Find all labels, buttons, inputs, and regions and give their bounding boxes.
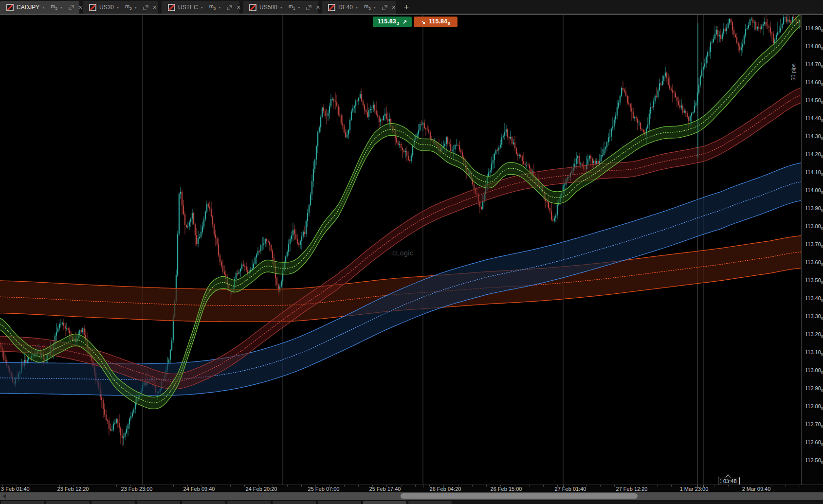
price-tick-label: 114.400 bbox=[805, 115, 823, 123]
time-tick-label: 25 Feb 17:40 bbox=[369, 486, 401, 492]
bottom-panel-cell[interactable] bbox=[46, 501, 90, 504]
close-tab-icon[interactable]: × bbox=[78, 4, 82, 11]
countdown-time: 03:48 bbox=[723, 478, 737, 484]
chart-tab-us30[interactable]: US30▾m5▾× bbox=[83, 1, 158, 14]
bottom-panel-cell[interactable] bbox=[363, 501, 406, 504]
time-tick-label: 24 Feb 20:20 bbox=[246, 486, 277, 492]
price-tick-label: 112.800 bbox=[805, 403, 823, 411]
price-tick bbox=[802, 47, 804, 47]
symbol-dropdown-caret-icon[interactable]: ▾ bbox=[201, 5, 203, 10]
bottom-panel-cell[interactable] bbox=[1, 501, 44, 504]
trading-app-window: + CADJPY▾m5▾×US30▾m5▾×USTEC▾m5▾×US500▾m1… bbox=[0, 0, 823, 504]
timeframe-selector[interactable]: m5 bbox=[125, 3, 132, 11]
price-tick-label: 113.900 bbox=[805, 205, 823, 213]
popout-tab-icon[interactable] bbox=[227, 5, 232, 10]
price-tick bbox=[802, 191, 804, 191]
bottom-panel-cell[interactable] bbox=[318, 501, 361, 504]
popout-tab-icon[interactable] bbox=[143, 5, 148, 10]
timeframe-dropdown-caret-icon[interactable]: ▾ bbox=[135, 5, 137, 10]
bar-countdown-tooltip: 03:48 bbox=[718, 477, 740, 485]
timeframe-dropdown-caret-icon[interactable]: ▾ bbox=[60, 5, 62, 10]
symbol-dropdown-caret-icon[interactable]: ▾ bbox=[117, 5, 119, 10]
time-tick-label: 26 Feb 15:00 bbox=[491, 486, 522, 492]
time-tick-label: 23 Feb 23:00 bbox=[121, 486, 153, 492]
time-minor-tick bbox=[486, 485, 487, 486]
chart-tab-ustec[interactable]: USTEC▾m5▾× bbox=[162, 1, 239, 14]
time-minor-tick bbox=[785, 485, 786, 486]
sell-bid-button[interactable]: 115.833 ↗ bbox=[373, 17, 412, 27]
close-tab-icon[interactable]: × bbox=[316, 4, 320, 11]
close-tab-icon[interactable]: × bbox=[237, 4, 240, 11]
chart-tab-us500[interactable]: US500▾m1▾× bbox=[243, 1, 318, 14]
time-tick-label: 26 Feb 04:20 bbox=[430, 486, 461, 492]
bottom-panel-cell[interactable] bbox=[182, 501, 225, 504]
buy-ask-button[interactable]: ↘ 115.840 bbox=[414, 17, 457, 27]
price-tick-label: 113.000 bbox=[805, 367, 823, 375]
time-minor-tick bbox=[472, 485, 473, 486]
scrollbar-thumb[interactable] bbox=[401, 493, 638, 499]
price-tick-label: 112.500 bbox=[805, 457, 823, 465]
price-tick-label: 113.700 bbox=[805, 241, 823, 249]
bottom-panel-cell[interactable] bbox=[273, 501, 316, 504]
chart-tab-cadjpy[interactable]: CADJPY▾m5▾× bbox=[0, 1, 79, 14]
popout-tab-icon[interactable] bbox=[306, 5, 311, 10]
bottom-panel-cell[interactable] bbox=[227, 501, 271, 504]
price-axis[interactable]: 114.900114.800114.700114.600114.500114.4… bbox=[801, 15, 823, 485]
time-tick-label: 25 Feb 07:00 bbox=[308, 486, 340, 492]
timeframe-dropdown-caret-icon[interactable]: ▾ bbox=[219, 5, 220, 10]
time-minor-tick bbox=[543, 485, 544, 486]
price-tick bbox=[802, 443, 804, 443]
price-tick bbox=[802, 83, 804, 83]
popout-tab-icon[interactable] bbox=[69, 5, 74, 10]
time-minor-tick bbox=[671, 485, 672, 486]
time-tick-label: 24 Feb 09:40 bbox=[183, 486, 215, 492]
timeframe-selector[interactable]: m5 bbox=[209, 3, 216, 11]
close-tab-icon[interactable]: × bbox=[392, 4, 396, 11]
ask-price: 115.840 bbox=[429, 18, 450, 26]
scrollbar-left-arrow[interactable] bbox=[0, 492, 8, 500]
price-tick-label: 112.600 bbox=[805, 439, 823, 447]
time-minor-tick bbox=[116, 485, 117, 486]
pip-scale-label: 50 pips bbox=[790, 63, 796, 80]
bottom-panel-cell[interactable] bbox=[408, 501, 452, 504]
time-minor-tick bbox=[344, 485, 345, 486]
price-tick bbox=[802, 317, 804, 317]
add-chart-tab-button[interactable]: + bbox=[400, 1, 413, 13]
timeframe-selector[interactable]: m5 bbox=[51, 3, 57, 11]
time-minor-tick bbox=[301, 485, 302, 486]
bid-up-right-arrow-icon: ↗ bbox=[402, 19, 407, 25]
price-tick-label: 113.300 bbox=[805, 313, 823, 321]
symbol-dropdown-caret-icon[interactable]: ▾ bbox=[356, 5, 358, 10]
chart-tab-de40[interactable]: DE40▾m5▾× bbox=[322, 1, 396, 14]
price-tick-label: 114.800 bbox=[805, 43, 823, 51]
time-axis[interactable]: 3 Feb 01:4023 Feb 12:2023 Feb 23:0024 Fe… bbox=[0, 485, 823, 492]
timeframe-dropdown-caret-icon[interactable]: ▾ bbox=[374, 5, 376, 10]
price-tick bbox=[802, 389, 804, 389]
timeframe-dropdown-caret-icon[interactable]: ▾ bbox=[298, 5, 300, 10]
horizontal-scrollbar[interactable] bbox=[0, 492, 823, 500]
time-minor-tick bbox=[415, 485, 416, 486]
tab-symbol-label: CADJPY bbox=[17, 4, 39, 11]
timeframe-selector[interactable]: m1 bbox=[289, 3, 295, 11]
time-tick-label: 27 Feb 12:20 bbox=[616, 486, 648, 492]
left-triangle-icon bbox=[2, 494, 6, 499]
time-minor-tick bbox=[216, 485, 216, 486]
bid-pip-fraction: 3 bbox=[397, 21, 399, 26]
symbol-dropdown-caret-icon[interactable]: ▾ bbox=[280, 5, 282, 10]
time-tick-label: 3 Feb 01:40 bbox=[1, 486, 30, 492]
close-tab-icon[interactable]: × bbox=[153, 4, 157, 11]
bottom-panel-cell[interactable] bbox=[137, 501, 180, 504]
timeframe-selector[interactable]: m5 bbox=[364, 3, 371, 11]
symbol-dropdown-caret-icon[interactable]: ▾ bbox=[42, 5, 44, 10]
time-minor-tick bbox=[173, 485, 174, 486]
price-tick-label: 112.700 bbox=[805, 421, 823, 429]
tab-symbol-label: US500 bbox=[259, 4, 277, 11]
price-tick bbox=[802, 155, 804, 155]
time-minor-tick bbox=[714, 485, 714, 486]
tab-symbol-label: DE40 bbox=[338, 4, 353, 11]
bottom-panel-cell[interactable] bbox=[91, 501, 135, 504]
price-tick bbox=[802, 173, 804, 173]
popout-tab-icon[interactable] bbox=[382, 5, 387, 10]
time-minor-tick bbox=[800, 485, 800, 486]
time-minor-tick bbox=[102, 485, 102, 486]
